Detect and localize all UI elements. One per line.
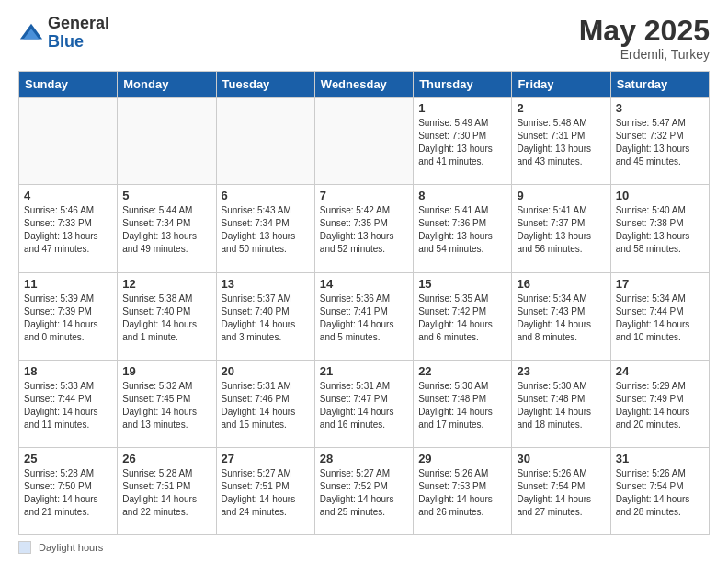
logo-icon (18, 20, 44, 46)
day-info: Sunrise: 5:42 AM Sunset: 7:35 PM Dayligh… (320, 204, 408, 256)
day-info: Sunrise: 5:32 AM Sunset: 7:45 PM Dayligh… (122, 380, 210, 431)
day-info: Sunrise: 5:33 AM Sunset: 7:44 PM Dayligh… (24, 380, 112, 431)
day-info: Sunrise: 5:30 AM Sunset: 7:48 PM Dayligh… (517, 380, 605, 431)
day-info: Sunrise: 5:43 AM Sunset: 7:34 PM Dayligh… (222, 204, 310, 256)
day-number: 8 (418, 189, 506, 202)
calendar-cell: 4Sunrise: 5:46 AM Sunset: 7:33 PM Daylig… (19, 185, 118, 272)
calendar-cell: 30Sunrise: 5:26 AM Sunset: 7:54 PM Dayli… (512, 447, 610, 534)
calendar-cell: 11Sunrise: 5:39 AM Sunset: 7:39 PM Dayli… (19, 272, 118, 360)
day-info: Sunrise: 5:27 AM Sunset: 7:51 PM Dayligh… (222, 467, 310, 519)
weekday-header-wednesday: Wednesday (314, 72, 413, 98)
calendar-cell: 21Sunrise: 5:31 AM Sunset: 7:47 PM Dayli… (314, 360, 413, 447)
day-number: 13 (222, 277, 310, 291)
day-number: 27 (222, 452, 310, 465)
day-number: 7 (320, 189, 408, 202)
calendar-cell: 31Sunrise: 5:26 AM Sunset: 7:54 PM Dayli… (610, 447, 709, 534)
day-number: 18 (24, 364, 112, 378)
calendar-cell: 25Sunrise: 5:28 AM Sunset: 7:50 PM Dayli… (19, 447, 118, 534)
day-number: 2 (517, 101, 605, 115)
day-info: Sunrise: 5:44 AM Sunset: 7:34 PM Dayligh… (122, 204, 210, 256)
day-number: 9 (517, 189, 605, 202)
day-info: Sunrise: 5:26 AM Sunset: 7:54 PM Dayligh… (616, 467, 704, 519)
weekday-header-row: SundayMondayTuesdayWednesdayThursdayFrid… (19, 72, 710, 98)
day-info: Sunrise: 5:31 AM Sunset: 7:47 PM Dayligh… (320, 380, 408, 431)
calendar-cell: 22Sunrise: 5:30 AM Sunset: 7:48 PM Dayli… (414, 360, 512, 447)
calendar-cell: 2Sunrise: 5:48 AM Sunset: 7:31 PM Daylig… (512, 98, 610, 185)
day-info: Sunrise: 5:26 AM Sunset: 7:53 PM Dayligh… (418, 467, 506, 519)
calendar-cell: 19Sunrise: 5:32 AM Sunset: 7:45 PM Dayli… (118, 360, 216, 447)
day-number: 21 (320, 364, 408, 378)
day-number: 15 (418, 277, 506, 291)
weekday-header-saturday: Saturday (610, 72, 709, 98)
day-number: 26 (122, 452, 210, 465)
day-number: 22 (418, 364, 506, 378)
day-info: Sunrise: 5:30 AM Sunset: 7:48 PM Dayligh… (418, 380, 506, 431)
logo-blue-text: Blue (48, 32, 84, 51)
day-info: Sunrise: 5:46 AM Sunset: 7:33 PM Dayligh… (24, 204, 112, 256)
day-number: 5 (122, 189, 210, 202)
header: General Blue May 2025 Erdemli, Turkey (18, 15, 710, 62)
day-number: 3 (616, 101, 704, 115)
day-info: Sunrise: 5:39 AM Sunset: 7:39 PM Dayligh… (24, 293, 112, 344)
day-info: Sunrise: 5:34 AM Sunset: 7:44 PM Dayligh… (616, 293, 704, 344)
calendar-cell: 17Sunrise: 5:34 AM Sunset: 7:44 PM Dayli… (610, 272, 709, 360)
day-info: Sunrise: 5:36 AM Sunset: 7:41 PM Dayligh… (320, 293, 408, 344)
day-info: Sunrise: 5:28 AM Sunset: 7:51 PM Dayligh… (122, 467, 210, 519)
day-number: 4 (24, 189, 112, 202)
day-info: Sunrise: 5:31 AM Sunset: 7:46 PM Dayligh… (222, 380, 310, 431)
calendar-cell: 1Sunrise: 5:49 AM Sunset: 7:30 PM Daylig… (414, 98, 512, 185)
day-info: Sunrise: 5:29 AM Sunset: 7:49 PM Dayligh… (616, 380, 704, 431)
calendar-cell: 15Sunrise: 5:35 AM Sunset: 7:42 PM Dayli… (414, 272, 512, 360)
day-info: Sunrise: 5:26 AM Sunset: 7:54 PM Dayligh… (517, 467, 605, 519)
footer-color-swatch (18, 541, 31, 554)
calendar-cell: 12Sunrise: 5:38 AM Sunset: 7:40 PM Dayli… (118, 272, 216, 360)
day-number: 17 (616, 277, 704, 291)
day-number: 29 (418, 452, 506, 465)
calendar-week-2: 4Sunrise: 5:46 AM Sunset: 7:33 PM Daylig… (19, 185, 710, 272)
calendar-week-4: 18Sunrise: 5:33 AM Sunset: 7:44 PM Dayli… (19, 360, 710, 447)
day-info: Sunrise: 5:49 AM Sunset: 7:30 PM Dayligh… (418, 117, 506, 168)
day-number: 12 (122, 277, 210, 291)
calendar-table: SundayMondayTuesdayWednesdayThursdayFrid… (18, 71, 710, 535)
day-info: Sunrise: 5:41 AM Sunset: 7:36 PM Dayligh… (418, 204, 506, 256)
calendar-cell: 26Sunrise: 5:28 AM Sunset: 7:51 PM Dayli… (118, 447, 216, 534)
day-number: 16 (517, 277, 605, 291)
calendar-cell (19, 98, 118, 185)
day-info: Sunrise: 5:28 AM Sunset: 7:50 PM Dayligh… (24, 467, 112, 519)
logo-general-text: General (48, 14, 109, 32)
calendar-cell: 27Sunrise: 5:27 AM Sunset: 7:51 PM Dayli… (216, 447, 314, 534)
day-number: 28 (320, 452, 408, 465)
day-number: 19 (122, 364, 210, 378)
calendar-cell: 29Sunrise: 5:26 AM Sunset: 7:53 PM Dayli… (414, 447, 512, 534)
footer-label: Daylight hours (39, 542, 103, 553)
calendar-cell: 20Sunrise: 5:31 AM Sunset: 7:46 PM Dayli… (216, 360, 314, 447)
weekday-header-thursday: Thursday (414, 72, 512, 98)
calendar-cell: 5Sunrise: 5:44 AM Sunset: 7:34 PM Daylig… (118, 185, 216, 272)
calendar-cell: 13Sunrise: 5:37 AM Sunset: 7:40 PM Dayli… (216, 272, 314, 360)
day-number: 10 (616, 189, 704, 202)
day-info: Sunrise: 5:41 AM Sunset: 7:37 PM Dayligh… (517, 204, 605, 256)
day-number: 31 (616, 452, 704, 465)
calendar-cell: 7Sunrise: 5:42 AM Sunset: 7:35 PM Daylig… (314, 185, 413, 272)
calendar-week-3: 11Sunrise: 5:39 AM Sunset: 7:39 PM Dayli… (19, 272, 710, 360)
day-info: Sunrise: 5:38 AM Sunset: 7:40 PM Dayligh… (122, 293, 210, 344)
calendar-cell: 24Sunrise: 5:29 AM Sunset: 7:49 PM Dayli… (610, 360, 709, 447)
day-number: 1 (418, 101, 506, 115)
weekday-header-sunday: Sunday (19, 72, 118, 98)
calendar-cell (216, 98, 314, 185)
calendar-cell: 10Sunrise: 5:40 AM Sunset: 7:38 PM Dayli… (610, 185, 709, 272)
calendar-cell: 6Sunrise: 5:43 AM Sunset: 7:34 PM Daylig… (216, 185, 314, 272)
day-info: Sunrise: 5:40 AM Sunset: 7:38 PM Dayligh… (616, 204, 704, 256)
month-title: May 2025 (579, 15, 710, 47)
day-info: Sunrise: 5:48 AM Sunset: 7:31 PM Dayligh… (517, 117, 605, 168)
logo: General Blue (18, 15, 109, 52)
calendar-cell: 16Sunrise: 5:34 AM Sunset: 7:43 PM Dayli… (512, 272, 610, 360)
weekday-header-monday: Monday (118, 72, 216, 98)
location-subtitle: Erdemli, Turkey (579, 47, 710, 62)
calendar-week-1: 1Sunrise: 5:49 AM Sunset: 7:30 PM Daylig… (19, 98, 710, 185)
day-info: Sunrise: 5:37 AM Sunset: 7:40 PM Dayligh… (222, 293, 310, 344)
calendar-cell: 3Sunrise: 5:47 AM Sunset: 7:32 PM Daylig… (610, 98, 709, 185)
page: General Blue May 2025 Erdemli, Turkey Su… (0, 0, 728, 563)
calendar-cell (314, 98, 413, 185)
day-number: 20 (222, 364, 310, 378)
